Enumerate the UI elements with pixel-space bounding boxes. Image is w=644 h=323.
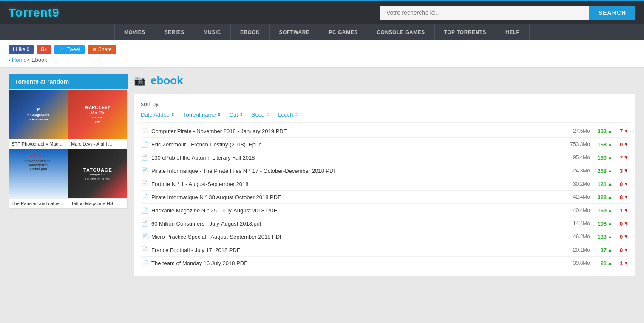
tweet-button[interactable]: 🐦 Tweet	[54, 45, 85, 54]
sidebar-card-img-0: PPhotographieLe mouvement	[9, 90, 68, 139]
nav-ebook[interactable]: EBOOK	[231, 24, 270, 40]
leech-down-arrow: ▼	[624, 154, 629, 160]
breadcrumb-home[interactable]: Home	[12, 57, 27, 63]
torrent-name-link[interactable]: Computer Pirate - November 2018 - Januar…	[151, 128, 559, 134]
nav-series[interactable]: SERIES	[155, 24, 194, 40]
leech-down-arrow: ▼	[624, 247, 629, 253]
torrent-leech: 0 ▼	[616, 141, 629, 148]
sort-seed-button[interactable]: Seed	[252, 111, 270, 118]
sidebar-card-label-3: Tattoo Magazine HS ...	[68, 198, 127, 208]
torrent-row: 📄 Pirate Informatique N ° 38 August Octo…	[141, 191, 629, 204]
torrent-size: 753.3Mo	[562, 141, 590, 147]
search-container: SEARCH	[380, 6, 635, 20]
torrent-name-link[interactable]: Pirate Informatique N ° 38 August Octobe…	[151, 194, 559, 200]
breadcrumb-current: Ebook	[31, 57, 47, 63]
torrent-row: 📄 Hackable Magazine N ° 25 - July-August…	[141, 204, 629, 217]
torrent-row: 📄 Computer Pirate - November 2018 - Janu…	[141, 125, 629, 138]
nav-consolegames[interactable]: CONSOLE GAMES	[367, 24, 434, 40]
seed-up-arrow: ▲	[607, 260, 613, 266]
sort-cut-button[interactable]: Cut	[230, 111, 243, 118]
torrent-name-link[interactable]: 130 ePub of the Autumn Literary Fall 201…	[151, 154, 559, 161]
torrent-row: 📄 Micro Practice Special - August-Septem…	[141, 230, 629, 243]
sidebar-title: Torrent9 at random	[9, 74, 128, 89]
torrent-row: 📄 France Football - July 17, 2018 PDF 20…	[141, 243, 629, 257]
sort-label: sort by	[141, 100, 629, 107]
torrent-seed: 169 ▲	[593, 207, 613, 214]
sidebar-card-0[interactable]: PPhotographieLe mouvement STF Photograph…	[9, 89, 68, 149]
torrent-leech: 8 ▼	[616, 194, 629, 200]
torrent-name-link[interactable]: France Football - July 17, 2018 PDF	[151, 247, 559, 253]
torrent-leech: 1 ▼	[616, 207, 629, 214]
torrent-leech: 0 ▼	[616, 234, 629, 240]
torrent-name-link[interactable]: Fortnite N ° 1 - August-September 2018	[151, 181, 559, 187]
sidebar-card-1[interactable]: MARC LEVYUne fillecommeelle Marc Levy - …	[68, 89, 128, 149]
torrent-size: 14.1Mo	[562, 220, 590, 226]
torrent-row: 📄 60 Million Consumers - July-August 201…	[141, 217, 629, 230]
torrent-row: 📄 Fortnite N ° 1 - August-September 2018…	[141, 177, 629, 191]
nav-software[interactable]: SOFTWARE	[270, 24, 319, 40]
nav-movies[interactable]: MOVIES	[114, 24, 155, 40]
cover-tatouage: TATOUAGE magazine CONVENTIONS	[68, 149, 127, 198]
nav-toptorrents[interactable]: TOP TORRENTS	[435, 24, 496, 40]
search-input[interactable]	[380, 6, 589, 20]
sort-date-button[interactable]: Date Added	[141, 111, 175, 118]
facebook-like-button[interactable]: f Like 0	[9, 45, 34, 54]
leech-down-arrow: ▼	[624, 260, 629, 266]
share-button[interactable]: ⊕ Share	[88, 45, 116, 54]
social-buttons: f Like 0 G+ 🐦 Tweet ⊕ Share	[9, 45, 635, 54]
leech-down-arrow: ▼	[624, 194, 629, 200]
torrent-file-icon: 📄	[141, 194, 148, 200]
sort-name-button[interactable]: Torrent name	[183, 111, 221, 118]
sidebar-card-label-0: STF Photography Mag ...	[9, 139, 68, 149]
sidebar-card-2[interactable]: le Parisien Hollande recule,Sarkozy n'en…	[9, 149, 68, 209]
sidebar-card-3[interactable]: TATOUAGE magazine CONVENTIONS Tattoo Mag…	[68, 149, 128, 209]
sort-leech-button[interactable]: Leech	[278, 111, 298, 118]
share-icon: ⊕	[92, 46, 96, 52]
torrent-size: 20.1Mo	[562, 247, 590, 253]
sidebar: Torrent9 at random PPhotographieLe mouve…	[9, 74, 128, 276]
torrent-name-link[interactable]: The team of Monday 16 July 2018 PDF	[151, 260, 559, 266]
nav-help[interactable]: HELP	[496, 24, 530, 40]
leech-down-arrow: ▼	[624, 234, 629, 240]
nav-music[interactable]: MUSIC	[194, 24, 231, 40]
torrent-leech: 3 ▼	[616, 168, 629, 174]
twitter-icon: 🐦	[59, 46, 65, 52]
torrent-name-link[interactable]: Micro Practice Special - August-Septembe…	[151, 234, 559, 240]
torrent-size: 39.8Mo	[562, 260, 590, 266]
social-bar: f Like 0 G+ 🐦 Tweet ⊕ Share › Home> Eboo…	[0, 40, 644, 68]
content-area: 📷 ebook sort by Date Added Torrent name …	[134, 74, 635, 276]
torrent-row: 📄 130 ePub of the Autumn Literary Fall 2…	[141, 151, 629, 164]
seed-up-arrow: ▲	[607, 234, 613, 240]
leech-down-arrow: ▼	[624, 207, 629, 213]
torrent-file-icon: 📄	[141, 180, 148, 187]
torrent-name-link[interactable]: Pirate Informatique - The Pirate Files N…	[151, 168, 559, 174]
main-layout: Torrent9 at random PPhotographieLe mouve…	[0, 68, 644, 283]
facebook-icon: f	[13, 46, 14, 52]
share-label: Share	[98, 46, 112, 52]
torrent-size: 24.3Mo	[562, 168, 590, 174]
torrent-seed: 268 ▲	[593, 168, 613, 174]
torrent-name-link[interactable]: 60 Million Consumers - July-August 2018.…	[151, 220, 559, 227]
torrent-container: sort by Date Added Torrent name Cut Seed…	[134, 94, 635, 276]
torrent-leech: 7 ▼	[616, 154, 629, 161]
torrent-seed: 21 ▲	[593, 260, 613, 266]
torrent-leech: 0 ▼	[616, 220, 629, 227]
torrent-name-link[interactable]: Eric Zemmour - French Destiny (2018) .Ep…	[151, 141, 559, 148]
torrent-file-icon: 📄	[141, 246, 148, 253]
seed-up-arrow: ▲	[607, 128, 613, 134]
sidebar-card-img-2: le Parisien Hollande recule,Sarkozy n'en…	[9, 149, 68, 198]
camera-icon: 📷	[134, 75, 145, 86]
torrent-name-link[interactable]: Hackable Magazine N ° 25 - July-August 2…	[151, 207, 559, 214]
seed-up-arrow: ▲	[607, 168, 613, 174]
cover-marclevy: MARC LEVYUne fillecommeelle	[68, 90, 127, 139]
torrent-leech: 1 ▼	[616, 260, 629, 266]
nav-bar: MOVIES SERIES MUSIC EBOOK SOFTWARE PC GA…	[0, 24, 644, 40]
torrent-leech: 0 ▼	[616, 181, 629, 187]
sidebar-grid: PPhotographieLe mouvement STF Photograph…	[9, 89, 128, 209]
torrent-list: 📄 Computer Pirate - November 2018 - Janu…	[141, 125, 629, 269]
gplus-button[interactable]: G+	[37, 45, 51, 54]
seed-up-arrow: ▲	[607, 194, 613, 200]
search-button[interactable]: SEARCH	[589, 6, 635, 20]
torrent-seed: 158 ▲	[593, 141, 613, 148]
nav-pcgames[interactable]: PC GAMES	[319, 24, 367, 40]
